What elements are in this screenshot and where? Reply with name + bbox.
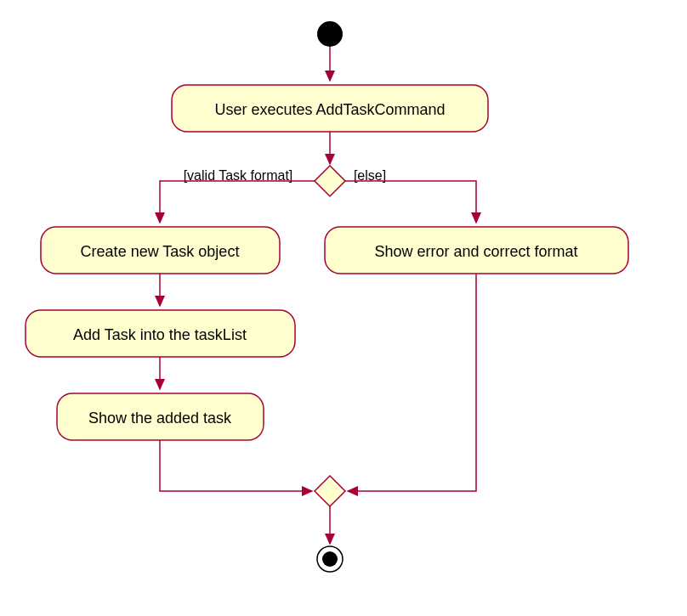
activity-first-label: User executes AddTaskCommand xyxy=(214,101,445,118)
merge-node xyxy=(315,476,345,506)
activity-left-2-label: Add Task into the taskList xyxy=(73,326,247,343)
decision-node xyxy=(315,166,345,196)
activity-diagram: User executes AddTaskCommand [valid Task… xyxy=(0,0,687,616)
activity-right-1-label: Show error and correct format xyxy=(374,243,577,260)
edge xyxy=(160,440,312,491)
edge xyxy=(348,274,476,491)
start-node xyxy=(317,21,343,47)
end-node-inner xyxy=(322,551,338,567)
activity-left-3-label: Show the added task xyxy=(88,410,232,427)
activity-left-1-label: Create new Task object xyxy=(81,243,240,260)
edge xyxy=(160,181,315,223)
edge xyxy=(345,181,476,223)
